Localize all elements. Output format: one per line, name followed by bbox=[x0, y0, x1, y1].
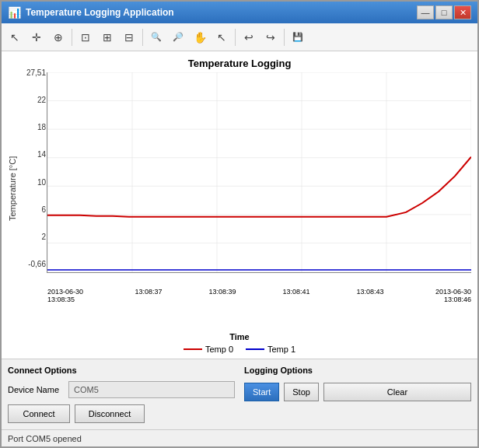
chart-legend: Temp 0 Temp 1 bbox=[8, 345, 471, 354]
connect-button[interactable]: Connect bbox=[8, 404, 70, 423]
window-title: Temperature Logging Application bbox=[26, 7, 174, 18]
toolbar-separator-1 bbox=[72, 29, 72, 46]
connect-btn-row: Connect Disconnect bbox=[8, 404, 235, 423]
y-tick-7: -0,66 bbox=[23, 259, 46, 268]
clear-button[interactable]: Clear bbox=[323, 383, 471, 401]
title-bar: 📊 Temperature Logging Application — □ ✕ bbox=[2, 2, 477, 23]
legend-temp0: Temp 0 bbox=[184, 345, 233, 354]
legend-temp1-label: Temp 1 bbox=[267, 345, 295, 354]
y-axis-label: Temperature [°C] bbox=[8, 72, 17, 304]
x-tick-labels: 2013-06-30 13:08:35 13:08:37 13:08:39 13… bbox=[47, 288, 471, 303]
tool-grid-button[interactable]: ⊞ bbox=[97, 27, 117, 47]
toolbar-separator-4 bbox=[284, 29, 285, 46]
x-axis-label: Time bbox=[8, 332, 471, 341]
status-bar: Port COM5 opened bbox=[2, 429, 477, 446]
y-tick-5: 6 bbox=[23, 205, 46, 213]
toolbar: ↖ ✛ ⊕ ⊡ ⊞ ⊟ 🔍 🔎 ✋ ↖ ↩ ↪ 💾 bbox=[2, 23, 477, 51]
connect-options: Connect Options Device Name Connect Disc… bbox=[8, 366, 235, 423]
legend-temp0-line bbox=[184, 348, 202, 350]
y-tick-6: 2 bbox=[23, 232, 46, 240]
y-tick-labels: 27,51 22 18 14 10 6 2 -0,66 bbox=[23, 72, 46, 272]
x-tick-5: 2013-06-30 13:08:46 bbox=[425, 288, 471, 303]
logging-options: Logging Options Start Stop Clear bbox=[244, 366, 471, 423]
tool-pan-button[interactable]: ⊕ bbox=[48, 27, 68, 47]
tool-zoom-fit-button[interactable]: ⊟ bbox=[119, 27, 139, 47]
x-tick-1: 13:08:37 bbox=[129, 288, 168, 303]
title-bar-left: 📊 Temperature Logging Application bbox=[8, 6, 174, 19]
start-button[interactable]: Start bbox=[244, 383, 279, 401]
y-tick-3: 14 bbox=[23, 150, 46, 159]
device-name-label: Device Name bbox=[8, 385, 64, 394]
chart-area: Temperature Logging Temperature [°C] 27,… bbox=[2, 51, 477, 359]
x-tick-3: 13:08:41 bbox=[277, 288, 316, 303]
maximize-button[interactable]: □ bbox=[435, 5, 453, 19]
legend-temp0-label: Temp 0 bbox=[205, 345, 233, 354]
tool-crosshair-button[interactable]: ✛ bbox=[26, 27, 47, 47]
stop-button[interactable]: Stop bbox=[284, 383, 319, 401]
tool-select-button[interactable]: ↖ bbox=[212, 27, 232, 47]
tool-save-button[interactable]: 💾 bbox=[288, 27, 308, 47]
chart-container: Temperature [°C] 27,51 22 18 14 10 6 2 -… bbox=[8, 72, 471, 304]
x-tick-2: 13:08:39 bbox=[203, 288, 242, 303]
close-button[interactable]: ✕ bbox=[454, 5, 471, 19]
y-tick-4: 10 bbox=[23, 177, 46, 186]
tool-autoscale-button[interactable]: ⊡ bbox=[75, 27, 96, 47]
bottom-panel: Connect Options Device Name Connect Disc… bbox=[2, 359, 477, 429]
logging-options-label: Logging Options bbox=[244, 366, 471, 375]
chart-title: Temperature Logging bbox=[8, 58, 471, 69]
tool-zoom-in-button[interactable]: 🔍 bbox=[146, 27, 166, 47]
connect-options-label: Connect Options bbox=[8, 366, 235, 375]
disconnect-button[interactable]: Disconnect bbox=[75, 404, 145, 423]
chart-plot-area: 27,51 22 18 14 10 6 2 -0,66 bbox=[47, 72, 471, 273]
legend-temp1-line bbox=[246, 348, 264, 350]
x-tick-4: 13:08:43 bbox=[351, 288, 390, 303]
y-tick-2: 18 bbox=[23, 123, 46, 131]
y-tick-1: 22 bbox=[23, 96, 46, 104]
legend-temp1: Temp 1 bbox=[246, 345, 295, 354]
tool-redo-button[interactable]: ↪ bbox=[260, 27, 281, 47]
tool-undo-button[interactable]: ↩ bbox=[239, 27, 259, 47]
tool-cursor-button[interactable]: ↖ bbox=[5, 27, 25, 47]
tool-zoom-out-button[interactable]: 🔎 bbox=[168, 27, 188, 47]
chart-svg bbox=[47, 72, 471, 272]
device-name-input[interactable] bbox=[68, 381, 235, 398]
main-window: 📊 Temperature Logging Application — □ ✕ … bbox=[0, 0, 479, 448]
toolbar-separator-2 bbox=[142, 29, 143, 46]
y-tick-0: 27,51 bbox=[23, 68, 46, 77]
device-name-row: Device Name bbox=[8, 381, 235, 398]
tool-hand-button[interactable]: ✋ bbox=[190, 27, 210, 47]
x-tick-0: 2013-06-30 13:08:35 bbox=[47, 288, 94, 303]
toolbar-separator-3 bbox=[235, 29, 236, 46]
minimize-button[interactable]: — bbox=[417, 5, 434, 19]
title-bar-buttons: — □ ✕ bbox=[417, 5, 471, 19]
options-row: Connect Options Device Name Connect Disc… bbox=[8, 366, 471, 423]
status-text: Port COM5 opened bbox=[8, 434, 82, 443]
app-icon: 📊 bbox=[8, 6, 21, 19]
logging-btn-row: Start Stop Clear bbox=[244, 383, 471, 401]
